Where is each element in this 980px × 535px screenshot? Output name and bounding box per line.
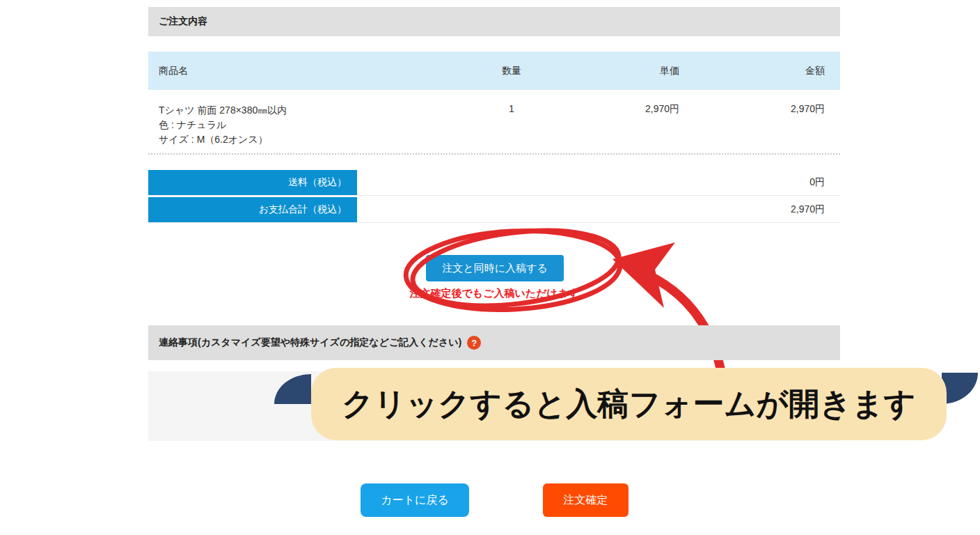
table-row: Tシャツ 前面 278×380㎜以内 色 : ナチュラル サイズ : M（6.2… (148, 90, 840, 153)
product-size: サイズ : M（6.2オンス） (159, 132, 459, 147)
col-header-product: 商品名 (148, 65, 459, 77)
product-name: Tシャツ 前面 278×380㎜以内 (159, 103, 459, 118)
confirm-order-button[interactable]: 注文確定 (543, 483, 629, 517)
submit-artwork-button[interactable]: 注文と同時に入稿する (426, 255, 564, 281)
callout-banner: クリックすると入稿フォームが開きます (311, 368, 947, 440)
back-to-cart-button[interactable]: カートに戻る (361, 483, 469, 517)
product-unit-price: 2,970円 (564, 90, 695, 153)
dotted-divider (148, 153, 840, 155)
order-section-title: ご注文内容 (159, 15, 207, 28)
artwork-note-text: 注文確定後でもご入稿いただけます (148, 287, 840, 300)
help-icon[interactable]: ? (467, 336, 481, 350)
notes-section-header: 連絡事項(カスタマイズ要望や特殊サイズの指定などご記入ください) ? (148, 325, 840, 360)
notes-section-title: 連絡事項(カスタマイズ要望や特殊サイズの指定などご記入ください) (159, 336, 461, 349)
shipping-value: 0円 (809, 170, 825, 195)
shipping-row: 送料（税込） 0円 (148, 170, 840, 196)
col-header-amount: 金額 (695, 65, 840, 77)
order-section-header: ご注文内容 (148, 7, 840, 36)
total-label: お支払合計（税込） (148, 197, 357, 222)
order-table-header: 商品名 数量 単価 金額 (148, 52, 840, 90)
product-quantity: 1 (459, 90, 564, 153)
callout-text: クリックすると入稿フォームが開きます (342, 383, 916, 425)
product-amount: 2,970円 (695, 90, 840, 153)
product-name-cell: Tシャツ 前面 278×380㎜以内 色 : ナチュラル サイズ : M（6.2… (148, 90, 459, 153)
order-confirmation-page: ご注文内容 商品名 数量 単価 金額 Tシャツ 前面 278×380㎜以内 色 … (0, 0, 980, 535)
col-header-quantity: 数量 (459, 65, 564, 77)
col-header-unit-price: 単価 (564, 65, 695, 77)
total-row: お支払合計（税込） 2,970円 (148, 197, 840, 223)
callout-corner-right (942, 373, 978, 404)
product-color: 色 : ナチュラル (159, 118, 459, 132)
total-value: 2,970円 (791, 197, 825, 222)
shipping-label: 送料（税込） (148, 170, 357, 195)
